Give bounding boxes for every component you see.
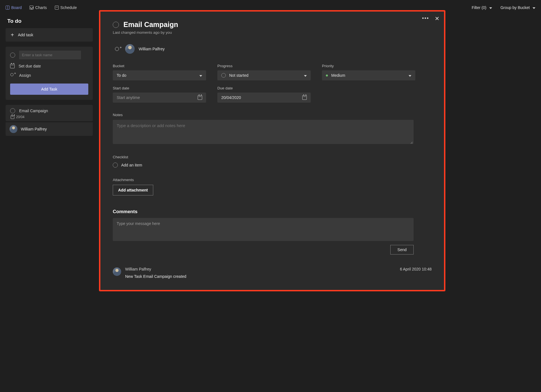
progress-dropdown[interactable]: Not started — [217, 70, 311, 80]
add-task-label: Add task — [18, 33, 33, 37]
task-name-input[interactable] — [19, 51, 81, 59]
notes-textarea[interactable] — [113, 120, 414, 144]
activity-time: 6 April 2020 10:48 — [400, 267, 432, 271]
start-date-input[interactable]: Start anytime — [113, 93, 206, 103]
task-card-assignee[interactable]: William Palfrey — [6, 122, 93, 136]
priority-dot-icon — [326, 75, 328, 76]
assignee-picker[interactable]: William Palfrey — [115, 44, 432, 54]
assignee-name: William Palfrey — [21, 127, 47, 131]
set-due-date-row[interactable]: Set due date — [10, 64, 88, 68]
schedule-icon — [55, 6, 59, 10]
plus-icon: + — [11, 32, 14, 38]
checklist-label: Checklist — [113, 155, 432, 159]
calendar-icon — [198, 95, 202, 100]
bucket-dropdown[interactable]: To do — [113, 70, 206, 80]
assignee-name: William Palfrey — [139, 47, 165, 51]
avatar — [113, 267, 121, 276]
calendar-icon — [10, 64, 15, 68]
comments-label: Comments — [113, 209, 432, 215]
complete-circle-icon[interactable] — [10, 53, 15, 58]
send-button[interactable]: Send — [390, 245, 414, 254]
add-attachment-button[interactable]: Add attachment — [113, 185, 153, 195]
bucket-title: To do — [6, 18, 93, 24]
task-card-title: Email Campaign — [19, 109, 48, 113]
priority-value: Medium — [331, 73, 345, 78]
tab-charts[interactable]: Charts — [30, 5, 47, 10]
calendar-icon — [302, 95, 307, 100]
group-by-button[interactable]: Group by Bucket — [501, 5, 535, 10]
bucket-label: Bucket — [113, 64, 206, 68]
close-button[interactable]: ✕ — [435, 16, 439, 21]
add-task-tile[interactable]: + Add task — [6, 28, 93, 42]
checklist-circle-icon — [113, 163, 118, 168]
activity-author: William Palfrey — [125, 267, 151, 271]
progress-status-icon — [221, 73, 226, 78]
assign-icon — [10, 73, 15, 78]
resize-handle-icon[interactable] — [410, 141, 412, 144]
assign-row[interactable]: Assign — [10, 73, 88, 78]
filter-button[interactable]: Filter (0) — [472, 5, 492, 10]
bucket-todo: To do + Add task Set due date Assign Add… — [6, 18, 93, 136]
chevron-down-icon — [532, 5, 535, 10]
start-date-placeholder: Start anytime — [117, 95, 140, 100]
tab-charts-label: Charts — [35, 5, 47, 10]
task-detail-modal: ••• ✕ Email Campaign Last changed moment… — [99, 10, 445, 291]
tab-board[interactable]: Board — [6, 5, 22, 10]
chevron-down-icon — [489, 5, 492, 10]
due-date-input[interactable]: 20/04/2020 — [217, 93, 311, 103]
priority-label: Priority — [322, 64, 415, 68]
activity-message: New Task Email Campaign created — [125, 274, 432, 279]
avatar — [125, 44, 135, 54]
complete-circle-icon[interactable] — [10, 108, 15, 113]
calendar-icon — [11, 115, 14, 119]
new-task-card: Set due date Assign Add Task — [6, 47, 93, 100]
checklist-add-item[interactable]: Add an item — [113, 163, 432, 168]
attachments-label: Attachments — [113, 178, 432, 182]
charts-icon — [30, 6, 33, 10]
assign-icon — [115, 46, 121, 52]
task-title[interactable]: Email Campaign — [123, 21, 178, 29]
chevron-down-icon — [199, 73, 202, 78]
tab-schedule[interactable]: Schedule — [55, 5, 77, 10]
notes-label: Notes — [113, 113, 432, 117]
task-card-date: 20/04 — [11, 115, 88, 119]
add-task-button[interactable]: Add Task — [10, 84, 88, 95]
tab-schedule-label: Schedule — [60, 5, 77, 10]
progress-value: Not started — [229, 73, 248, 78]
set-due-date-label: Set due date — [19, 64, 41, 68]
activity-entry: William Palfrey 6 April 2020 10:48 New T… — [113, 267, 432, 279]
chevron-down-icon — [408, 73, 411, 78]
start-date-label: Start date — [113, 86, 206, 90]
tab-board-label: Board — [11, 5, 22, 10]
comment-input[interactable]: Type your message here — [113, 218, 414, 241]
checklist-add-label: Add an item — [121, 163, 142, 167]
task-card[interactable]: Email Campaign 20/04 — [6, 105, 93, 121]
group-label: Group by Bucket — [501, 5, 530, 10]
task-subtitle: Last changed moments ago by you — [113, 30, 432, 35]
avatar — [10, 125, 17, 133]
due-date-value: 20/04/2020 — [221, 95, 241, 100]
more-options-button[interactable]: ••• — [422, 15, 429, 21]
priority-dropdown[interactable]: Medium — [322, 70, 415, 80]
chevron-down-icon — [303, 73, 307, 78]
assign-label: Assign — [19, 73, 31, 78]
progress-label: Progress — [217, 64, 311, 68]
complete-circle-icon[interactable] — [113, 22, 119, 28]
bucket-value: To do — [117, 73, 126, 78]
due-date-label: Due date — [217, 86, 311, 90]
board-icon — [6, 6, 10, 10]
filter-label: Filter (0) — [472, 5, 486, 10]
